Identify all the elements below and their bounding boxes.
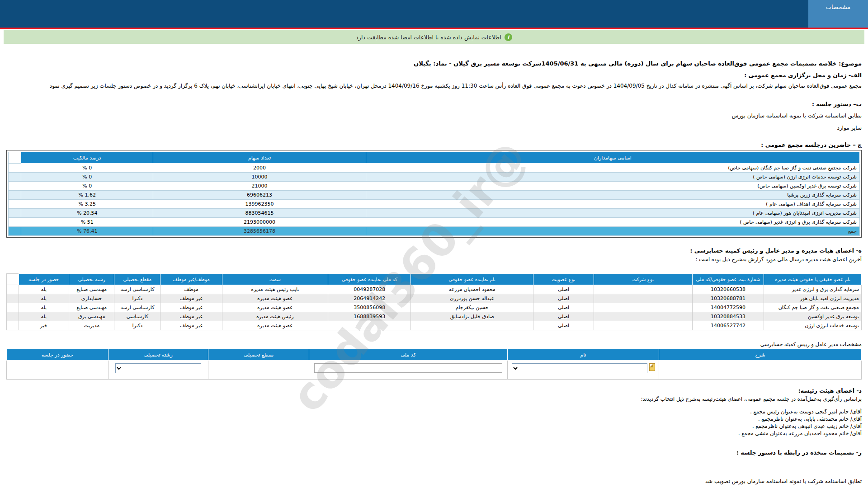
position: عضو هیئت مدیره (222, 294, 328, 303)
ownership-percent: % 3.25 (21, 200, 153, 209)
col-field: رشته تحصیلی (108, 349, 208, 361)
signature-info-bar: i اطلاعات نمایش داده شده با اطلاعات امضا… (4, 30, 864, 44)
company-type (594, 312, 692, 321)
shareholder-name: شرکت سرمایه گذاری اهداف (سهامی عام ) (366, 200, 859, 209)
attachment-icon[interactable] (649, 363, 655, 371)
shareholder-name: شرکت مجتمع صنعتی نفت و گاز صبا جم کنگان … (366, 164, 859, 173)
info-icon: i (505, 33, 512, 41)
registration-id: 10320660538 (692, 285, 764, 294)
list-item: آقای/ خانم محمود احمدیان مزرعه به‌عنوان … (6, 430, 862, 437)
registration-id: 10320688781 (692, 294, 764, 303)
table-row: سرمایه گذاری برق و انرژی غدیر 1032066053… (7, 285, 862, 294)
representative-name: صادق خلیل نژادسابق (411, 312, 533, 321)
degree: کارشناسی ارشد (114, 303, 160, 312)
registration-id: 14004772590 (692, 303, 764, 312)
stub-cell (9, 227, 21, 236)
representative-id: 2064914242 (328, 294, 411, 303)
shareholder-name: شرکت توسعه برق غدیر اوکسین (سهامی خاص) (366, 182, 859, 191)
manager-name-select[interactable] (512, 363, 647, 373)
section-b-title: ب– دستور جلسه : (6, 101, 862, 108)
manager-table-caption: مشخصات مدیر عامل و رییس کمیته حسابرسی (6, 341, 862, 347)
shareholder-name: شرکت مدیریت انرژی امیدتابان هور (سهامی ع… (366, 209, 859, 218)
shareholder-name: شرکت توسعه خدمات انرژی ارژن (سهامی خاص ) (366, 173, 859, 182)
national-id-input[interactable] (314, 363, 502, 373)
table-row: مجتمع صنعتی نفت و گاز صبا جم کنگان 14004… (7, 303, 862, 312)
total-shares: 3285656178 (153, 227, 366, 236)
col-company-type: نوع شرکت (594, 274, 692, 285)
section-c-title: ج – حاضرین درجلسه مجمع عمومی : (6, 141, 862, 148)
col-attendance: حضور در جلسه (19, 274, 69, 285)
table-row: شرکت سرمایه گذاری اهداف (سهامی عام ) 139… (9, 200, 860, 209)
table-row: شرکت مدیریت انرژی امیدتابان هور (سهامی ع… (9, 209, 860, 218)
stub-cell (9, 218, 21, 227)
table-header-row: نام عضو حقیقی یا حقوقی هیئت مدیره شمارهٔ… (7, 274, 862, 285)
field-select[interactable] (115, 363, 201, 373)
field: مهندسی برق (69, 312, 114, 321)
col-shareholder-names: اسامی سهامداران (366, 152, 859, 164)
membership-type: اصلی (533, 312, 594, 321)
table-row: شرکت سرمایه گذاری برق و انرژی غدیر (سهام… (9, 218, 860, 227)
share-count: 139962350 (153, 200, 366, 209)
field: مهندسی صنایع (69, 285, 114, 294)
table-row: شرکت سرمایه گذاری زرین پرشیا 69606213 % … (9, 191, 860, 200)
share-count: 21000 (153, 182, 366, 191)
col-executive-status: موظف/غیر موظف (160, 274, 222, 285)
representative-id: 3500856098 (328, 303, 411, 312)
attendance: خیر (19, 321, 69, 330)
document-body: @codal360_ir موضوع: خلاصه تصمیمات مجمع ع… (0, 60, 868, 488)
tab-specifications[interactable]: مشخصات (808, 0, 868, 28)
stub-cell (7, 294, 19, 303)
stub-cell (9, 191, 21, 200)
col-national-id: کد ملی (309, 349, 508, 361)
col-field: رشته تحصیلی (69, 274, 114, 285)
field: حسابداری (69, 294, 114, 303)
total-percent: % 76.41 (21, 227, 153, 236)
col-degree: مقطع تحصیلی (114, 274, 160, 285)
company-type (594, 321, 692, 330)
representative-name (411, 321, 533, 330)
stub-cell (7, 274, 19, 285)
membership-type: اصلی (533, 294, 594, 303)
presidium-members-list: آقای/ خانم امیر گنجی دوست به‌عنوان رئیس … (6, 408, 862, 437)
col-attendance: حضور در جلسه (7, 349, 108, 361)
share-count: 2000 (153, 164, 366, 173)
stub-cell (9, 200, 21, 209)
col-member-name: نام عضو حقیقی یا حقوقی هیئت مدیره (764, 274, 862, 285)
stub-cell (7, 285, 19, 294)
table-row (7, 361, 862, 380)
degree: دکترا (114, 321, 160, 330)
ownership-percent: % 51 (21, 218, 153, 227)
executive-status: موظف (160, 285, 222, 294)
degree-cell (208, 361, 309, 380)
attendance-cell (7, 361, 108, 380)
col-ownership-percent: درصد مالکیت (21, 152, 153, 164)
stub-cell (9, 173, 21, 182)
table-header-row: اسامی سهامداران تعداد سهام درصد مالکیت (9, 152, 860, 164)
section-e-title: ه- اعضای هیات مدیره و مدیر عامل و رئیس ک… (6, 247, 862, 254)
position: رئیس هیئت مدیره (222, 312, 328, 321)
representative-id (328, 321, 411, 330)
representative-id: 1688839593 (328, 312, 411, 321)
company-type (594, 294, 692, 303)
shareholders-table-frame: اسامی سهامداران تعداد سهام درصد مالکیت ش… (6, 150, 862, 238)
member-name: مجتمع صنعتی نفت و گاز صبا جم کنگان (764, 303, 862, 312)
table-row: شرکت توسعه برق غدیر اوکسین (سهامی خاص) 2… (9, 182, 860, 191)
attendance: بله (19, 285, 69, 294)
manager-audit-table: شرح نام کد ملی مقطع تحصیلی رشته تحصیلی ح… (6, 349, 862, 380)
membership-type: اصلی (533, 303, 594, 312)
share-count: 2193000000 (153, 218, 366, 227)
membership-type: اصلی (533, 321, 594, 330)
section-d-title: د- اعضای هیئت رئیسه: (6, 387, 862, 394)
shareholder-name: شرکت سرمایه گذاری برق و انرژی غدیر (سهام… (366, 218, 859, 227)
board-members-table: نام عضو حقیقی یا حقوقی هیئت مدیره شمارهٔ… (6, 273, 862, 330)
list-item: آقای/ خانم امیر گنجی دوست به‌عنوان رئیس … (6, 408, 862, 415)
subject-line: موضوع: خلاصه تصمیمات مجمع عمومی فوق‌العا… (6, 60, 862, 67)
agenda-item: تطابق اساسنامه شرکت با نمونه اساسنامه سا… (6, 113, 862, 119)
attendance: بله (19, 294, 69, 303)
stub-cell (7, 321, 19, 330)
company-type (594, 303, 692, 312)
field: مدیریت (69, 321, 114, 330)
section-r-title: ر- تصمیمات متخذه در رابطه با دستور جلسه … (6, 449, 862, 456)
member-name: مدیریت انرژی امید تابان هور (764, 294, 862, 303)
representative-name: عبداله حسن پوردرزی (411, 294, 533, 303)
